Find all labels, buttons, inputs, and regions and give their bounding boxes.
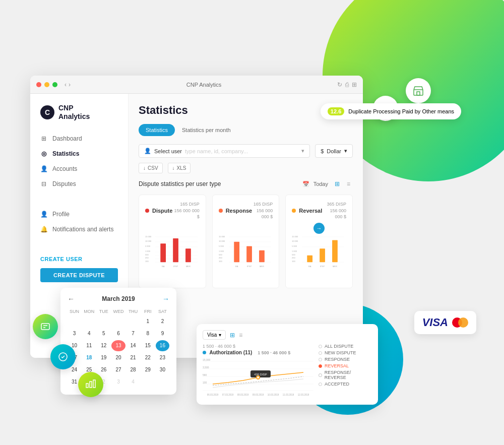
pos-icon-float [33,314,58,339]
cal-day-19[interactable]: 19 [97,352,110,363]
list-view-button[interactable]: ≡ [344,179,353,188]
cal-day-11[interactable]: 11 [82,340,96,351]
cal-day-20[interactable]: 20 [111,352,125,363]
section-header: Dispute statistics per user type 📅 Today… [139,179,353,188]
cal-day-3[interactable]: 3 [68,328,81,339]
line-chart-svg: 15,000 3,500 560 100 430 DISP 06.03.2019… [203,356,313,397]
svg-text:430 DISP: 430 DISP [254,373,267,376]
cal-day [82,316,96,327]
sidebar-item-profile[interactable]: 👤 Profile [30,207,128,222]
svg-text:BA: BA [162,265,165,268]
browser-refresh[interactable]: ↻ [337,81,342,88]
legend-dot-all [319,345,322,348]
cal-day-29[interactable]: 29 [141,364,155,375]
legend-dot-rr [319,373,322,377]
cal-day-9[interactable]: 9 [156,328,169,339]
cal-day-22[interactable]: 22 [141,352,155,363]
legend-dot-accepted [319,383,322,386]
user-select[interactable]: 👤 Select user type name, id, company... … [139,144,310,158]
tab-statistics-per-month[interactable]: Statistics per month [175,124,238,136]
cal-day-27[interactable]: 27 [111,364,125,375]
cal-day-13[interactable]: 13 [111,340,125,351]
calendar-next[interactable]: → [162,295,169,303]
browser-grid[interactable]: ⊞ [352,81,357,88]
cal-day-6[interactable]: 6 [111,328,125,339]
cal-day-apr4[interactable]: 4 [127,376,140,388]
svg-text:100: 100 [292,260,295,263]
sidebar-item-dashboard[interactable]: ⊞ Dashboard [30,131,128,146]
legend-accepted: ACCEPTED [319,382,372,387]
cal-day-7[interactable]: 7 [127,328,140,339]
view-toggle: ⊞ ≡ [332,179,353,188]
visa-dropdown[interactable]: Visa ▾ [203,330,226,340]
cal-day-14[interactable]: 14 [127,340,140,351]
cal-day-apr3[interactable]: 3 [111,376,125,388]
today-label: Today [313,181,328,187]
cal-day-18[interactable]: 18 [82,352,96,363]
profile-icon: 👤 [40,211,47,218]
svg-rect-60 [332,240,338,262]
sidebar-item-statistics[interactable]: ◎ Statistics [30,146,128,161]
cal-day-16[interactable]: 16 [156,340,169,351]
create-user-link[interactable]: CREATE USER [30,252,128,266]
cal-day-28[interactable]: 28 [127,364,140,375]
sidebar-item-disputes[interactable]: ⊟ Disputes [30,176,128,192]
cal-day [68,316,81,327]
bottom-chart-card: Visa ▾ ⊞ ≡ 1 500 · 46 000 $ Authorizatio… [197,324,378,405]
bottom-grid-view[interactable]: ⊞ [230,332,235,339]
nav-divider [30,192,128,202]
sidebar-label-statistics: Statistics [52,150,79,157]
cal-day-4[interactable]: 4 [82,328,96,339]
cal-day-26[interactable]: 26 [97,364,110,375]
cal-day-23[interactable]: 23 [156,352,169,363]
browser-forward[interactable]: › [69,81,71,88]
svg-text:250: 250 [145,257,149,259]
reversal-label: Reversal [292,208,322,214]
svg-text:100: 100 [203,381,207,384]
reversal-chart-card: Reversal 365 DISP 156 000 000 $ 15 000 1… [285,195,353,288]
create-dispute-button[interactable]: CREATE DISPUTE [40,268,118,282]
sidebar-item-notifications[interactable]: 🔔 Notifications and alerts [30,222,128,237]
chart-legend: ALL DISPUTE NEW DISPUTE RESPONSE REVERSA… [319,344,372,387]
cal-day-1[interactable]: 1 [141,316,155,327]
logo: C CNP Analytics [30,104,128,131]
reversal-stats: 365 DISP 156 000 000 $ [322,201,346,220]
export-csv-button[interactable]: ↓ CSV [139,163,163,173]
browser-share[interactable]: ⎙ [345,81,349,88]
cal-day-5[interactable]: 5 [97,328,110,339]
browser-maximize[interactable] [52,82,57,87]
browser-minimize[interactable] [44,82,49,87]
dispute-stats: 165 DISP 156 000 000 $ [172,201,199,220]
svg-text:5 000: 5 000 [219,245,224,247]
tab-statistics[interactable]: Statistics [139,124,175,136]
cal-day-30[interactable]: 30 [156,364,169,375]
sidebar-label-accounts: Accounts [52,165,77,172]
visa-text: VISA [422,316,448,329]
currency-select[interactable]: $ Dollar ▾ [315,144,353,158]
cal-day [127,316,140,327]
export-xls-button[interactable]: ↓ XLS [168,163,191,173]
grid-view-button[interactable]: ⊞ [332,179,342,188]
calendar-icon: 📅 [302,181,309,187]
browser-close[interactable] [36,82,41,87]
bottom-chart-controls: Visa ▾ ⊞ ≡ [203,330,242,340]
cal-day-8[interactable]: 8 [141,328,155,339]
logo-text: CNP Analytics [58,104,90,121]
payment-logos: VISA [414,311,476,334]
cal-day-15[interactable]: 15 [141,340,155,351]
cal-day-21[interactable]: 21 [127,352,140,363]
svg-text:1 000: 1 000 [219,250,224,252]
reversal-dot [292,209,296,213]
notification-text: Duplicate Processing Paid by Other means [348,108,454,114]
chart-arrow-button[interactable]: → [313,223,325,234]
svg-text:250: 250 [219,257,222,259]
select-chevron: ▾ [301,148,304,154]
cal-day-2[interactable]: 2 [156,316,169,327]
browser-back[interactable]: ‹ [65,81,67,88]
currency-chevron: ▾ [344,148,347,154]
svg-rect-42 [234,242,239,262]
cal-day-12[interactable]: 12 [97,340,110,351]
sidebar-item-accounts[interactable]: 👤 Accounts [30,161,128,176]
bottom-list-view[interactable]: ≡ [239,332,242,339]
calendar-prev[interactable]: ← [68,295,75,303]
